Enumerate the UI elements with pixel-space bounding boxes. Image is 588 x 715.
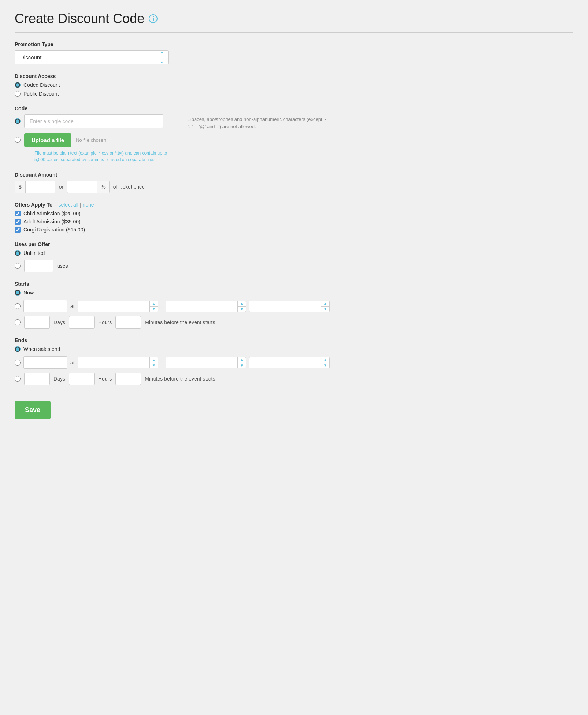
ends-minute-input[interactable]: 00 [166,358,237,368]
starts-now-label[interactable]: Now [15,290,573,296]
starts-label: Starts [15,281,573,287]
adult-admission-checkbox-label[interactable]: Adult Admission ($35.00) [15,219,573,225]
promotion-type-section: Promotion Type Discount Other ⌃⌄ [15,41,573,64]
starts-before-radio[interactable] [15,319,21,325]
starts-minute-input[interactable]: 00 [166,301,237,312]
starts-minute-up[interactable]: ▲ [238,301,246,307]
ends-minute-up[interactable]: ▲ [238,358,246,363]
offers-checkboxes: Child Admission ($20.00) Adult Admission… [15,211,573,233]
ends-when-sales-radio[interactable] [15,346,21,352]
promotion-type-select-wrapper: Discount Other ⌃⌄ [15,50,169,64]
dollar-amount-input[interactable] [26,181,55,193]
code-content: Upload a file No file chosen File must b… [15,114,573,163]
starts-before-event-label: Minutes before the event starts [145,319,215,325]
unlimited-radio-label[interactable]: Unlimited [15,250,573,256]
child-admission-checkbox[interactable] [15,211,21,216]
coded-discount-option[interactable]: Coded Discount [15,82,573,88]
ends-ampm-up[interactable]: ▲ [321,358,329,363]
ends-hour-up[interactable]: ▲ [150,358,158,363]
info-icon[interactable]: i [149,14,158,23]
percent-input-wrapper: % [67,181,109,193]
starts-hour-up[interactable]: ▲ [150,301,158,307]
starts-days-input[interactable] [24,316,50,329]
starts-hour-spinner: 03 ▲ ▼ [78,301,158,312]
starts-hours-input[interactable] [69,316,95,329]
unlimited-radio[interactable] [15,250,21,256]
ends-hour-down[interactable]: ▼ [150,363,158,368]
promotion-type-label: Promotion Type [15,41,573,47]
starts-ampm-down[interactable]: ▼ [321,307,329,312]
starts-hours-label: Hours [98,319,112,325]
starts-minute-arrows: ▲ ▼ [237,301,246,312]
percent-amount-input[interactable] [67,181,97,193]
child-admission-checkbox-label[interactable]: Child Admission ($20.00) [15,211,573,216]
discount-access-section: Discount Access Coded Discount Public Di… [15,73,573,97]
uses-per-offer-section: Uses per Offer Unlimited uses [15,241,573,272]
upload-content: Upload a file No file chosen File must b… [24,133,174,163]
specific-uses-radio[interactable] [15,263,21,269]
code-left: Upload a file No file chosen File must b… [15,114,174,163]
no-file-text: No file chosen [76,137,106,143]
ends-minute-arrows: ▲ ▼ [237,358,246,368]
corgi-registration-checkbox-label[interactable]: Corgi Registration ($15.00) [15,227,573,233]
ends-before-radio[interactable] [15,376,21,382]
starts-minute-down[interactable]: ▼ [238,307,246,312]
ends-ampm-input[interactable]: ... [249,358,321,368]
ends-at-text: at [70,360,75,366]
ends-ampm-down[interactable]: ▼ [321,363,329,368]
save-button[interactable]: Save [15,401,51,419]
discount-amount-row: $ or % off ticket price [15,181,573,193]
upload-radio-row: Upload a file No file chosen File must b… [15,133,174,163]
ends-minute-down[interactable]: ▼ [238,363,246,368]
starts-date-input[interactable]: 08/25/2014 [23,300,67,312]
unlimited-label: Unlimited [23,250,45,256]
upload-file-button[interactable]: Upload a file [24,133,71,147]
starts-now-radio[interactable] [15,290,21,296]
ends-label: Ends [15,337,573,343]
offers-links: select all | none [58,202,94,208]
uses-count-input[interactable] [24,260,53,272]
file-hint-text: File must be plain text (example: *.csv … [34,150,174,163]
ends-datetime-row: 10/01/2014 at 01 ▲ ▼ : 00 ▲ ▼ .. [15,356,573,369]
child-admission-text: Child Admission ($20.00) [23,211,81,216]
code-label: Code [15,105,573,111]
adult-admission-checkbox[interactable] [15,219,21,225]
ends-when-sales-label[interactable]: When sales end [15,346,573,352]
discount-access-radio-group: Coded Discount Public Discount [15,82,573,97]
ends-date-input[interactable]: 10/01/2014 [23,356,67,369]
public-discount-radio[interactable] [15,91,21,97]
corgi-registration-text: Corgi Registration ($15.00) [23,227,85,233]
ends-hour-input[interactable]: 01 [78,358,149,368]
starts-minutes-input[interactable] [115,316,141,329]
dollar-input-wrapper: $ [15,181,55,193]
off-ticket-price-text: off ticket price [113,184,145,190]
discount-amount-label: Discount Amount [15,172,573,178]
uses-input-row: uses [15,260,573,272]
starts-ampm-input[interactable]: ... [249,301,321,312]
starts-hour-down[interactable]: ▼ [150,307,158,312]
corgi-registration-checkbox[interactable] [15,227,21,233]
ends-hour-arrows: ▲ ▼ [149,358,158,368]
ends-days-input[interactable] [24,373,50,385]
none-link[interactable]: none [82,202,94,208]
single-code-radio[interactable] [15,118,21,124]
percent-suffix: % [97,181,109,193]
coded-discount-radio[interactable] [15,82,21,88]
public-discount-option[interactable]: Public Discount [15,91,573,97]
ends-hours-input[interactable] [69,373,95,385]
ends-hours-label: Hours [98,376,112,382]
starts-minute-spinner: 00 ▲ ▼ [166,301,246,312]
ends-days-label: Days [53,376,65,382]
ends-date-radio[interactable] [15,360,21,366]
page-container: Create Discount Code i Promotion Type Di… [0,0,588,715]
promotion-type-select[interactable]: Discount Other [15,50,169,64]
starts-ampm-up[interactable]: ▲ [321,301,329,307]
ends-minutes-input[interactable] [115,373,141,385]
starts-ampm-arrows: ▲ ▼ [321,301,329,312]
dollar-prefix: $ [15,181,26,193]
single-code-input[interactable] [24,114,163,128]
starts-date-radio[interactable] [15,303,21,309]
starts-hour-input[interactable]: 03 [78,301,149,312]
upload-file-radio[interactable] [15,137,21,143]
select-all-link[interactable]: select all [58,202,78,208]
